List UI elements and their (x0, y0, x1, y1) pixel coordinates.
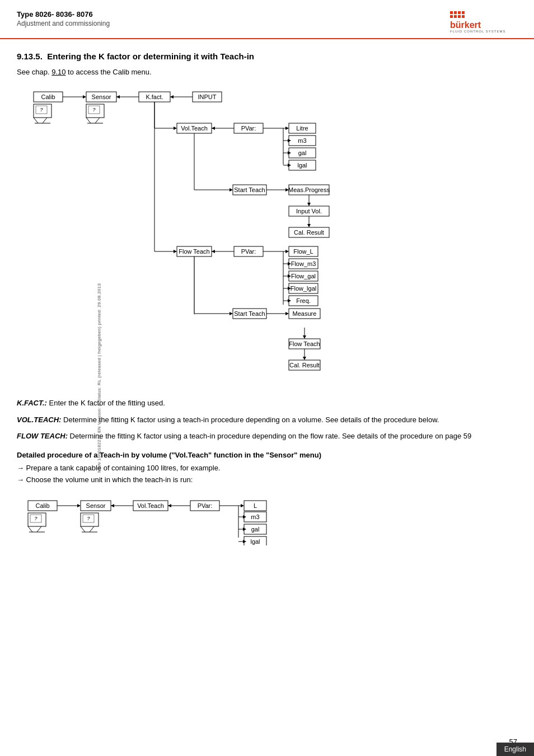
svg-text:Cal. Result: Cal. Result (289, 362, 320, 368)
svg-marker-150 (168, 504, 171, 507)
svg-text:bürkert: bürkert (450, 20, 481, 30)
svg-marker-29 (116, 95, 120, 99)
svg-line-143 (90, 526, 94, 532)
svg-text:Cal. Result: Cal. Result (294, 229, 324, 236)
svg-text:Litre: Litre (296, 125, 308, 132)
svg-rect-7 (462, 15, 465, 18)
svg-text:L: L (254, 502, 257, 509)
svg-marker-33 (170, 95, 174, 99)
section-title: 9.13.5. Entering the K factor or determi… (17, 52, 517, 61)
svg-text:Measure: Measure (293, 310, 317, 317)
svg-text:lgal: lgal (297, 162, 307, 169)
document-subtitle: Adjustment and commissioning (17, 20, 110, 27)
svg-marker-120 (303, 335, 306, 339)
svg-rect-2 (458, 11, 461, 14)
desc-volteach: VOL.TEACH: Determine the fitting K facto… (17, 414, 517, 426)
svg-rect-6 (458, 15, 461, 18)
svg-line-133 (37, 526, 41, 532)
svg-line-26 (95, 118, 100, 123)
svg-marker-136 (77, 504, 81, 507)
svg-text:K.fact.: K.fact. (146, 94, 163, 100)
svg-text:Flow Teach: Flow Teach (179, 248, 209, 255)
logo-area: bürkert FLUID CONTROL SYSTEMS (450, 10, 517, 32)
page-header: Type 8026- 8036- 8076 Adjustment and com… (0, 0, 534, 39)
svg-text:PVar:: PVar: (241, 248, 256, 255)
svg-text:Meas.Progress: Meas.Progress (288, 186, 330, 193)
svg-text:Flow_lgal: Flow_lgal (291, 285, 316, 292)
svg-line-15 (34, 118, 38, 123)
svg-marker-146 (111, 504, 114, 507)
svg-marker-116 (285, 312, 289, 315)
svg-marker-124 (303, 357, 306, 360)
svg-line-142 (81, 526, 85, 532)
svg-text:Vol.Teach: Vol.Teach (137, 502, 164, 509)
svg-text:Calib: Calib (35, 502, 49, 509)
svg-rect-0 (450, 11, 453, 14)
svg-text:Calib: Calib (41, 94, 55, 100)
sidebar-info: MAN 1000182212 EN Version: A Status: RL … (97, 283, 102, 473)
document-title: Type 8026- 8036- 8076 (17, 10, 110, 18)
step-1: → Prepare a tank capable of containing 1… (17, 464, 517, 472)
main-content: 9.13.5. Entering the K factor or determi… (0, 39, 534, 603)
svg-marker-89 (285, 250, 289, 253)
svg-text:Start Teach: Start Teach (234, 310, 265, 317)
svg-text:Vol.Teach: Vol.Teach (181, 125, 208, 132)
main-flowchart: Calib ? Sensor ? (17, 86, 517, 386)
svg-text:gal: gal (251, 526, 260, 533)
svg-rect-5 (454, 15, 457, 18)
step-2: → Choose the volume unit in which the te… (17, 475, 517, 484)
svg-text:?: ? (34, 516, 37, 521)
svg-marker-76 (307, 224, 311, 227)
svg-line-25 (86, 118, 91, 123)
svg-text:PVar:: PVar: (241, 125, 256, 132)
svg-text:lgal: lgal (250, 538, 260, 545)
svg-text:Sensor: Sensor (86, 502, 106, 509)
svg-marker-154 (241, 504, 244, 507)
svg-text:gal: gal (298, 150, 307, 156)
svg-text:Flow_m3: Flow_m3 (291, 260, 316, 267)
svg-text:?: ? (87, 516, 90, 521)
svg-text:Flow_gal: Flow_gal (291, 273, 316, 279)
svg-text:Input Vol.: Input Vol. (296, 208, 322, 214)
svg-marker-72 (307, 203, 311, 206)
svg-text:Freq.: Freq. (296, 297, 311, 304)
svg-line-132 (28, 526, 32, 532)
svg-marker-19 (83, 95, 86, 99)
svg-text:FLUID CONTROL SYSTEMS: FLUID CONTROL SYSTEMS (450, 30, 505, 32)
svg-marker-64 (229, 188, 233, 192)
burkert-logo: bürkert FLUID CONTROL SYSTEMS (450, 10, 517, 32)
svg-text:m3: m3 (298, 137, 306, 144)
svg-text:INPUT: INPUT (198, 94, 217, 100)
svg-text:?: ? (40, 107, 43, 113)
svg-text:?: ? (92, 107, 95, 113)
desc-flowteach: FLOW TEACH: Determine the fitting K fact… (17, 431, 517, 442)
svg-text:m3: m3 (251, 514, 259, 520)
small-flowchart: Calib ? Sensor ? (17, 489, 517, 547)
svg-marker-81 (174, 250, 177, 253)
intro-paragraph: See chap. 9.10 to access the Calib menu. (17, 68, 517, 76)
svg-rect-3 (462, 11, 465, 14)
chap-link[interactable]: 9.10 (51, 68, 65, 76)
svg-text:Start Teach: Start Teach (234, 186, 265, 193)
svg-marker-85 (212, 250, 215, 253)
svg-text:PVar:: PVar: (198, 502, 213, 509)
svg-text:Sensor: Sensor (92, 94, 111, 100)
svg-marker-112 (229, 312, 233, 315)
svg-text:Flow_L: Flow_L (293, 248, 313, 255)
svg-marker-46 (285, 127, 289, 130)
svg-line-16 (43, 118, 47, 123)
svg-marker-42 (212, 127, 215, 130)
language-tag: English (496, 743, 534, 756)
svg-text:Flow Teach: Flow Teach (289, 340, 320, 347)
svg-rect-4 (450, 15, 453, 18)
svg-rect-1 (454, 11, 457, 14)
svg-marker-38 (174, 127, 177, 130)
desc-kfact: K.FACT.: Enter the K factor of the fitti… (17, 398, 517, 409)
detailed-procedure-title: Detailed procedure of a Teach-in by volu… (17, 451, 517, 459)
